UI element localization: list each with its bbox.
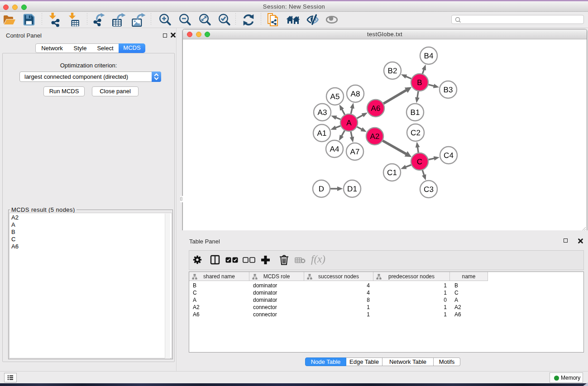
svg-text:C1: C1 [387, 168, 397, 177]
svg-text:A5: A5 [330, 92, 340, 101]
svg-text:D: D [319, 185, 324, 193]
svg-text:C3: C3 [424, 185, 434, 194]
svg-text:A3: A3 [318, 108, 327, 117]
svg-text:D1: D1 [347, 185, 357, 193]
svg-text:A8: A8 [351, 90, 360, 98]
svg-text:C2: C2 [411, 129, 421, 137]
svg-text:A1: A1 [317, 129, 327, 138]
svg-text:B4: B4 [424, 52, 434, 60]
svg-text:B: B [417, 78, 422, 87]
svg-text:A2: A2 [370, 132, 380, 141]
svg-text:A4: A4 [330, 145, 339, 153]
svg-text:B1: B1 [411, 108, 420, 117]
svg-text:A7: A7 [350, 148, 360, 156]
svg-text:B2: B2 [388, 67, 397, 75]
svg-text:B3: B3 [444, 86, 453, 94]
svg-text:A6: A6 [371, 104, 381, 113]
svg-text:A: A [346, 119, 352, 127]
svg-text:C: C [417, 157, 422, 166]
svg-text:C4: C4 [444, 151, 454, 160]
